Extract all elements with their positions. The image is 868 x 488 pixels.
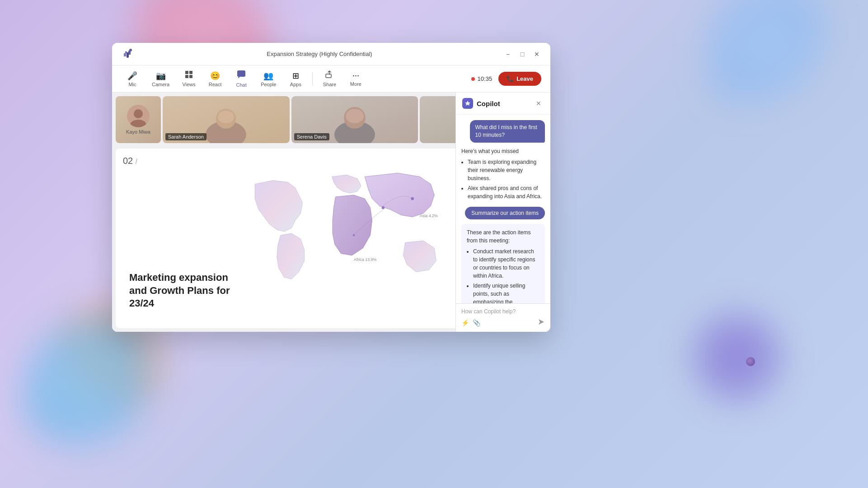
name-sarah: Sarah Anderson xyxy=(165,133,206,140)
slide-number: 02 / xyxy=(123,156,137,166)
copilot-input-area: How can Copilot help? ⚡ 📎 xyxy=(456,303,550,332)
teams-window: Expansion Strategy (Highly Confidential)… xyxy=(112,43,550,332)
toolbar-separator xyxy=(312,72,313,86)
svg-point-19 xyxy=(382,206,385,209)
react-label: React xyxy=(209,82,222,87)
input-icons: ⚡ 📎 xyxy=(461,319,480,326)
more-icon: ··· xyxy=(352,71,359,80)
mic-label: Mic xyxy=(128,82,136,87)
bullet-1: Team is exploring expanding their renewa… xyxy=(468,158,545,182)
copilot-panel: Copilot ✕ What did I miss in the first 1… xyxy=(455,93,550,332)
toolbar-views[interactable]: Views xyxy=(178,68,200,90)
copilot-logo-icon xyxy=(462,98,473,109)
window-title: Expansion Strategy (Highly Confidential) xyxy=(267,51,372,57)
leave-button[interactable]: 📞 Leave xyxy=(498,72,541,86)
copilot-input-bar: ⚡ 📎 xyxy=(461,318,545,327)
toolbar-camera[interactable]: 📷 Camera xyxy=(147,68,174,90)
summarize-action-items-button[interactable]: Summarize our action items xyxy=(465,207,545,219)
people-label: People xyxy=(261,82,276,87)
svg-point-9 xyxy=(134,109,143,118)
bullet-2: Alex shared pros and cons of expanding i… xyxy=(468,184,545,200)
title-bar: Expansion Strategy (Highly Confidential)… xyxy=(112,43,550,65)
record-indicator xyxy=(471,77,475,81)
action-items-list: Conduct market research to identify spec… xyxy=(467,247,540,303)
copilot-response: Here's what you missed Team is exploring… xyxy=(461,147,545,202)
react-icon: 😊 xyxy=(210,71,220,81)
action-item-1: Conduct market research to identify spec… xyxy=(473,247,540,280)
call-time: 10:35 xyxy=(478,75,493,82)
share-label: Share xyxy=(323,82,336,87)
response-title: Here's what you missed xyxy=(461,147,545,155)
attachment-icon[interactable]: 📎 xyxy=(473,319,480,326)
people-icon: 👥 xyxy=(263,71,273,81)
views-label: Views xyxy=(183,82,196,87)
input-placeholder: How can Copilot help? xyxy=(461,308,545,315)
svg-point-10 xyxy=(130,120,146,127)
svg-point-13 xyxy=(218,111,234,123)
participant-kayo: Kayo Miwa xyxy=(116,96,161,143)
copilot-close-button[interactable]: ✕ xyxy=(533,98,544,109)
apps-label: Apps xyxy=(290,82,301,87)
teams-logo-icon xyxy=(121,47,136,61)
toolbar: 🎤 Mic 📷 Camera Views 😊 React Chat 👥 Peop… xyxy=(112,65,550,93)
svg-rect-3 xyxy=(185,71,188,74)
user-query-bubble: What did I miss in the first 10 minutes? xyxy=(470,120,545,143)
apps-icon: ⊞ xyxy=(292,71,299,81)
close-window-button[interactable]: ✕ xyxy=(532,50,541,59)
svg-point-20 xyxy=(411,197,413,200)
response-bullets: Team is exploring expanding their renewa… xyxy=(461,158,545,200)
name-serena: Serena Davis xyxy=(294,133,329,140)
share-icon xyxy=(325,70,333,81)
action-items-box: These are the action items from this mee… xyxy=(461,224,545,303)
lightning-icon[interactable]: ⚡ xyxy=(461,319,469,326)
views-icon xyxy=(185,70,193,81)
participant-serena: Serena Davis xyxy=(291,96,418,143)
minimize-button[interactable]: − xyxy=(503,50,512,59)
svg-point-1 xyxy=(129,49,132,51)
call-timer: 10:35 xyxy=(471,75,493,82)
toolbar-mic[interactable]: 🎤 Mic xyxy=(121,68,144,90)
maximize-button[interactable]: □ xyxy=(518,50,527,59)
chat-label: Chat xyxy=(236,82,247,88)
action-item-2: Identify unique selling points, such as … xyxy=(473,282,540,303)
toolbar-share[interactable]: Share xyxy=(318,68,341,90)
camera-icon: 📷 xyxy=(156,71,166,81)
avatar-kayo xyxy=(127,105,150,127)
toolbar-more[interactable]: ··· More xyxy=(344,68,367,89)
svg-text:Asia 4.2%: Asia 4.2% xyxy=(420,214,438,218)
svg-point-21 xyxy=(353,234,355,237)
toolbar-react[interactable]: 😊 React xyxy=(204,68,226,90)
svg-rect-4 xyxy=(189,71,192,74)
copilot-title-text: Copilot xyxy=(477,100,500,107)
mic-icon: 🎤 xyxy=(127,71,137,81)
more-label: More xyxy=(350,81,361,87)
camera-label: Camera xyxy=(152,82,169,87)
leave-label: Leave xyxy=(516,75,533,82)
send-button[interactable] xyxy=(538,318,545,327)
copilot-body: What did I miss in the first 10 minutes?… xyxy=(456,115,550,303)
participant-sarah: Sarah Anderson xyxy=(163,96,290,143)
toolbar-chat[interactable]: Chat xyxy=(230,67,253,90)
toolbar-people[interactable]: 👥 People xyxy=(256,68,281,90)
chat-icon xyxy=(237,70,246,81)
name-kayo: Kayo Miwa xyxy=(126,129,150,135)
toolbar-apps[interactable]: ⊞ Apps xyxy=(284,68,307,90)
copilot-header: Copilot ✕ xyxy=(456,93,550,115)
svg-rect-7 xyxy=(237,70,245,77)
svg-rect-5 xyxy=(185,75,188,78)
teams-logo-area xyxy=(121,47,136,61)
slide-title: Marketing expansionand Growth Plans for2… xyxy=(129,271,230,310)
action-items-title: These are the action items from this mee… xyxy=(467,228,540,245)
leave-phone-icon: 📞 xyxy=(507,75,514,82)
svg-rect-6 xyxy=(189,75,192,78)
copilot-title-area: Copilot xyxy=(462,98,500,109)
svg-text:Africa 13.9%: Africa 13.9% xyxy=(354,257,377,262)
main-content: Kayo Miwa xyxy=(112,93,550,332)
window-controls: − □ ✕ xyxy=(503,50,541,59)
svg-point-16 xyxy=(346,109,364,123)
svg-rect-8 xyxy=(326,74,331,78)
